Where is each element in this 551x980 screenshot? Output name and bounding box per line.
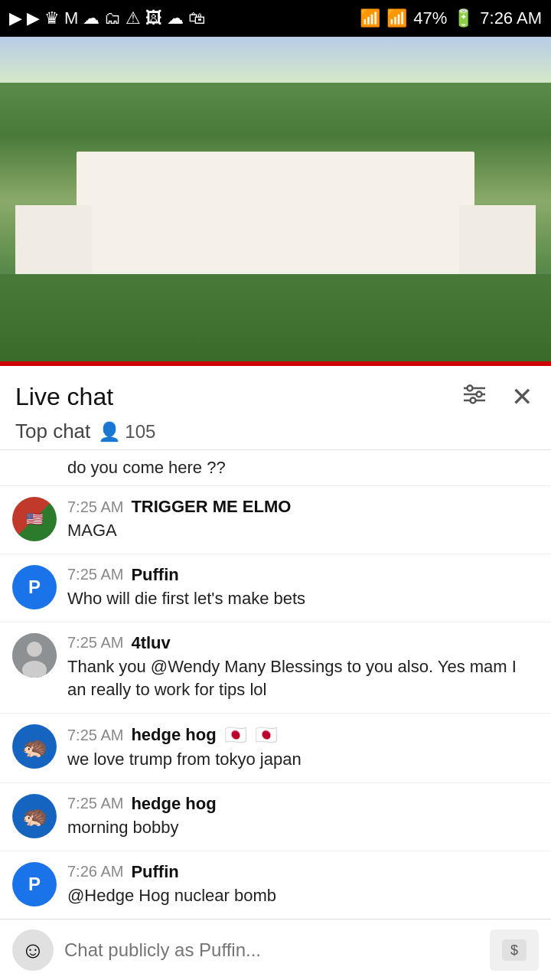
viewer-count: 👤 105	[98, 421, 155, 443]
cloud-icon: ☁	[83, 8, 99, 28]
warning-icon: ⚠	[126, 8, 141, 28]
avatar: 🦔	[12, 724, 57, 769]
livechat-header-icons: ✕	[459, 378, 536, 415]
svg-point-4	[477, 391, 482, 397]
youtube2-icon: ▶	[27, 8, 40, 28]
chat-message-partial: do you come here ??	[0, 450, 551, 486]
msg-text: MAGA	[67, 519, 539, 543]
top-chat-row: Top chat 👤 105	[15, 420, 536, 443]
cloud2-icon: ☁	[167, 8, 184, 28]
msg-username: Puffin	[131, 565, 178, 585]
msg-time: 7:25 AM	[67, 566, 123, 583]
send-icon: $	[500, 938, 528, 962]
avatar: P	[12, 862, 57, 906]
video-progress-bar	[0, 361, 551, 366]
msg-text: Thank you @Wendy Many Blessings to you a…	[67, 655, 539, 703]
avatar: 🦔	[12, 794, 57, 838]
video-sky	[0, 37, 551, 83]
status-left-icons: ▶ ▶ ♛ M ☁ 🗂 ⚠ 🖼 ☁ 🛍	[9, 8, 205, 28]
image-icon: 🖼	[145, 8, 162, 28]
status-bar: ▶ ▶ ♛ M ☁ 🗂 ⚠ 🖼 ☁ 🛍 📶 📶 47% 🔋 7:26 AM	[0, 0, 551, 37]
signal-icon: 📶	[386, 8, 407, 28]
msg-time: 7:26 AM	[67, 863, 123, 880]
table-row: 🦔 7:25 AM hedge hog morning bobby	[0, 783, 551, 851]
livechat-title: Live chat	[15, 383, 113, 411]
battery-percent: 47%	[413, 8, 447, 28]
msg-username: hedge hog	[131, 794, 216, 814]
filter-icon-button[interactable]	[459, 381, 490, 413]
msg-content: 7:25 AM hedge hog morning bobby	[67, 794, 539, 840]
clock: 7:26 AM	[480, 8, 542, 28]
video-trees	[0, 274, 551, 366]
msg-meta: 7:25 AM TRIGGER ME ELMO	[67, 497, 539, 517]
chat-input[interactable]	[64, 931, 479, 969]
chat-input-bar: ☺ $	[0, 919, 551, 980]
msg-time: 7:25 AM	[67, 498, 123, 516]
status-right-icons: 📶 📶 47% 🔋 7:26 AM	[360, 8, 542, 28]
msg-username: hedge hog	[131, 725, 216, 745]
svg-point-3	[468, 385, 473, 390]
bag-icon: 🛍	[188, 8, 205, 28]
msg-content: 7:26 AM Puffin @Hedge Hog nuclear bomb	[67, 862, 539, 908]
msg-meta: 7:26 AM Puffin	[67, 862, 539, 882]
svg-point-7	[27, 642, 42, 657]
battery-icon: 🔋	[453, 8, 474, 28]
japan-flag-1: 🇯🇵	[224, 724, 247, 746]
msg-content: 7:25 AM Puffin Who will die first let's …	[67, 565, 539, 611]
avatar: 🇺🇸	[12, 497, 57, 541]
msg-content: 7:25 AM hedge hog 🇯🇵 🇯🇵 we love trump fr…	[67, 724, 539, 772]
viewer-number: 105	[125, 421, 155, 443]
msg-meta: 7:25 AM hedge hog 🇯🇵 🇯🇵	[67, 724, 539, 746]
user-avatar-image	[12, 633, 57, 678]
msg-username: Puffin	[131, 862, 178, 882]
youtube-icon: ▶	[9, 8, 22, 28]
table-row: P 7:25 AM Puffin Who will die first let'…	[0, 554, 551, 622]
emoji-icon: ☺	[21, 937, 45, 963]
msg-meta: 7:25 AM Puffin	[67, 565, 539, 585]
avatar	[12, 633, 57, 678]
msg-meta: 7:25 AM 4tluv	[67, 633, 539, 653]
top-chat-label: Top chat	[15, 420, 90, 443]
crown-icon: ♛	[44, 8, 60, 28]
video-player[interactable]	[0, 37, 551, 366]
mastodon-icon: M	[64, 8, 78, 28]
livechat-title-row: Live chat ✕	[15, 378, 536, 415]
msg-content: 7:25 AM 4tluv Thank you @Wendy Many Bles…	[67, 633, 539, 703]
sliders-icon	[462, 384, 487, 405]
close-button[interactable]: ✕	[508, 378, 536, 415]
msg-time: 7:25 AM	[67, 634, 123, 652]
table-row: 🇺🇸 7:25 AM TRIGGER ME ELMO MAGA	[0, 486, 551, 554]
livechat-header: Live chat ✕ Top chat 👤 105	[0, 366, 551, 450]
people-icon: 👤	[98, 421, 121, 443]
table-row: P 7:26 AM Puffin @Hedge Hog nuclear bomb	[0, 851, 551, 920]
svg-point-5	[471, 397, 476, 403]
msg-text: @Hedge Hog nuclear bomb	[67, 884, 539, 908]
send-button[interactable]: $	[490, 929, 539, 971]
japan-flag-2: 🇯🇵	[255, 724, 278, 746]
emoji-button[interactable]: ☺	[12, 929, 54, 971]
table-row: 7:25 AM 4tluv Thank you @Wendy Many Bles…	[0, 622, 551, 714]
files-icon: 🗂	[104, 8, 121, 28]
msg-text: morning bobby	[67, 816, 539, 840]
msg-username: TRIGGER ME ELMO	[131, 497, 291, 517]
partial-msg-text: do you come here ??	[67, 458, 226, 477]
wifi-icon: 📶	[360, 8, 380, 28]
msg-meta: 7:25 AM hedge hog	[67, 794, 539, 814]
msg-text: Who will die first let's make bets	[67, 587, 539, 611]
msg-text: we love trump from tokyo japan	[67, 748, 539, 772]
chat-messages-list: do you come here ?? 🇺🇸 7:25 AM TRIGGER M…	[0, 450, 551, 980]
msg-time: 7:25 AM	[67, 795, 123, 812]
msg-content: 7:25 AM TRIGGER ME ELMO MAGA	[67, 497, 539, 543]
msg-time: 7:25 AM	[67, 727, 123, 744]
svg-text:$: $	[510, 942, 518, 958]
avatar: P	[12, 565, 57, 609]
msg-username: 4tluv	[131, 633, 170, 653]
table-row: 🦔 7:25 AM hedge hog 🇯🇵 🇯🇵 we love trump …	[0, 714, 551, 783]
